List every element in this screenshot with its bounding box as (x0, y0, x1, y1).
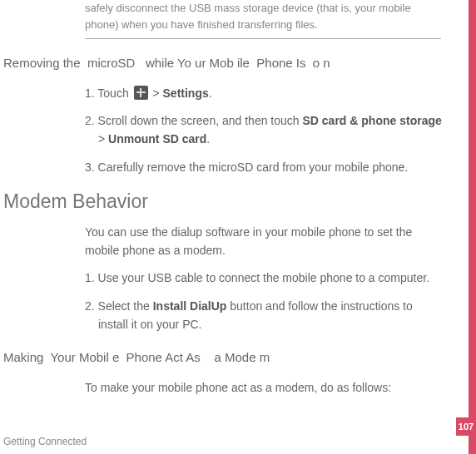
text: 2. Scroll down the screen, and then touc… (85, 114, 303, 127)
footer-text: Getting Connected (3, 434, 87, 449)
subheading-removing-sd: Removing the microSD while Yo ur Mob ile… (3, 54, 461, 73)
body-paragraph: To make your mobile phone act as a modem… (85, 379, 443, 397)
text: . (206, 132, 210, 146)
text: 1. Touch (85, 86, 132, 100)
list-item: 1. Touch > Settings. (85, 85, 443, 103)
list-item: 2. Select the Install DialUp button and … (85, 298, 443, 333)
list-item: 3. Carefully remove the microSD card fro… (85, 159, 443, 177)
bold-text: SD card & phone storage (303, 114, 442, 127)
bold-text: Unmount SD card (108, 132, 206, 146)
ordered-list-1: 1. Touch > Settings. 2. Scroll down the … (85, 85, 443, 177)
list-item: 1. Use your USB cable to connect the mob… (85, 269, 443, 288)
text: > (98, 132, 108, 146)
bold-text: Install DialUp (153, 299, 227, 313)
ordered-list-2: 1. Use your USB cable to connect the mob… (85, 269, 443, 333)
page-content: safely disconnect the USB mass storage d… (0, 0, 476, 397)
bold-text: Settings (163, 86, 209, 100)
subheading-phone-as-modem: Making Your Mobil e Phone Act As a Mode … (3, 348, 461, 368)
text: . (209, 86, 212, 100)
heading-modem-behavior: Modem Behavior (3, 187, 461, 216)
side-strip (469, 0, 476, 454)
apps-grid-icon (134, 86, 148, 100)
note-text: safely disconnect the USB mass storage d… (85, 0, 441, 39)
page-number: 107 (456, 417, 476, 436)
list-item: 2. Scroll down the screen, and then touc… (85, 112, 443, 148)
text: > (150, 86, 163, 100)
text: 2. Select the (85, 299, 153, 313)
body-paragraph: You can use the dialup software in your … (85, 224, 443, 259)
